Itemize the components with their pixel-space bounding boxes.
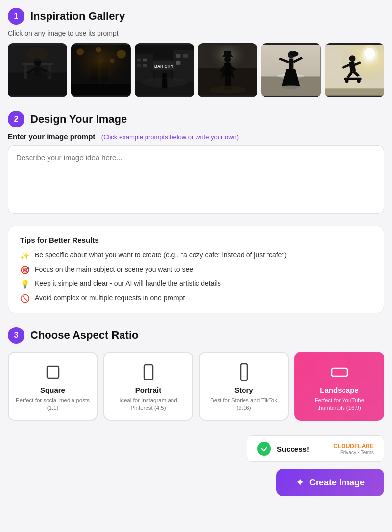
svg-rect-23: [71, 45, 130, 96]
svg-rect-87: [241, 364, 247, 380]
success-banner: Success! CLOUDFLARE Privacy • Terms: [247, 435, 384, 462]
svg-rect-84: [325, 88, 384, 95]
svg-rect-85: [47, 366, 59, 378]
square-icon: [14, 362, 92, 382]
gallery-item-2[interactable]: [71, 43, 130, 97]
section-aspect: 3 Choose Aspect Ratio Square Perfect for…: [8, 327, 384, 421]
svg-point-74: [361, 45, 378, 62]
svg-rect-32: [176, 54, 180, 57]
prompt-label-row: Enter your image prompt (Click example p…: [8, 132, 384, 141]
create-button-label: Create Image: [309, 478, 365, 488]
section1-header: 1 Inspiration Gallery: [8, 8, 384, 25]
landscape-desc: Perfect for YouTube thumbnails (16:9): [300, 396, 378, 412]
inspiration-gallery: BAR CITY: [8, 43, 384, 97]
svg-text:BAR CITY: BAR CITY: [154, 64, 174, 69]
aspect-square[interactable]: Square Perfect for social media posts (1…: [8, 352, 98, 421]
square-desc: Perfect for social media posts (1:1): [14, 396, 92, 412]
svg-point-80: [345, 79, 348, 83]
sparkle-icon: ✦: [296, 477, 304, 488]
aspect-grid: Square Perfect for social media posts (1…: [8, 352, 384, 421]
svg-rect-30: [137, 64, 140, 67]
story-name: Story: [205, 386, 283, 394]
svg-rect-40: [162, 79, 167, 89]
tip2-text: Focus on the main subject or scene you w…: [35, 265, 193, 273]
svg-rect-10: [48, 71, 49, 76]
prompt-label: Enter your image prompt: [8, 132, 95, 141]
section1-subtitle: Click on any image to use its prompt: [8, 29, 384, 37]
landscape-icon: [300, 362, 378, 382]
aspect-story[interactable]: Story Best for Stories and TikTok (9:16): [199, 352, 289, 421]
svg-rect-29: [143, 59, 146, 62]
aspect-portrait[interactable]: Portrait Ideal for Instagram and Pintere…: [103, 352, 193, 421]
svg-rect-52: [225, 76, 228, 87]
section1-title: Inspiration Gallery: [30, 10, 125, 23]
bottom-area: Success! CLOUDFLARE Privacy • Terms ✦ Cr…: [8, 435, 384, 496]
portrait-icon: [109, 362, 187, 382]
tip2-emoji: 🎯: [20, 265, 30, 275]
step2-badge: 2: [8, 111, 24, 127]
section3-header: 3 Choose Aspect Ratio: [8, 327, 384, 344]
tip-item-3: 💡 Keep it simple and clear - our AI will…: [20, 279, 372, 289]
step3-badge: 3: [8, 327, 24, 344]
section3-title: Choose Aspect Ratio: [30, 329, 138, 342]
svg-rect-28: [137, 59, 140, 62]
story-icon: [205, 362, 283, 382]
gallery-item-3[interactable]: BAR CITY: [135, 43, 194, 97]
cloudflare-logo: CLOUDFLARE Privacy • Terms: [333, 443, 374, 455]
portrait-desc: Ideal for Instagram and Pinterest (4:5): [109, 396, 187, 412]
square-name: Square: [14, 386, 92, 394]
svg-rect-66: [289, 59, 293, 69]
svg-point-75: [349, 55, 355, 62]
section2-header: 2 Design Your Image: [8, 111, 384, 127]
landscape-name: Landscape: [300, 386, 378, 394]
portrait-name: Portrait: [109, 386, 187, 394]
gallery-item-4[interactable]: [198, 43, 257, 97]
tip-item-2: 🎯 Focus on the main subject or scene you…: [20, 265, 372, 275]
success-text: Success!: [277, 445, 327, 453]
svg-rect-34: [176, 61, 180, 64]
gallery-item-6[interactable]: [325, 43, 384, 97]
tip3-text: Keep it simple and clear - our AI will h…: [35, 279, 221, 287]
cloudflare-name: CLOUDFLARE: [333, 443, 374, 450]
tip4-text: Avoid complex or multiple requests in on…: [35, 294, 185, 302]
create-image-button[interactable]: ✦ Create Image: [276, 469, 384, 496]
tip1-emoji: ✨: [20, 251, 30, 260]
svg-rect-3: [24, 65, 27, 79]
svg-point-65: [290, 51, 299, 57]
tip1-text: Be specific about what you want to creat…: [35, 251, 287, 259]
aspect-landscape[interactable]: Landscape Perfect for YouTube thumbnails…: [294, 352, 384, 421]
section2-title: Design Your Image: [30, 113, 127, 126]
svg-rect-49: [224, 63, 231, 76]
story-desc: Best for Stories and TikTok (9:16): [205, 396, 283, 412]
svg-point-48: [224, 56, 231, 63]
svg-point-81: [357, 79, 360, 83]
svg-rect-33: [183, 54, 188, 57]
gallery-item-1[interactable]: [8, 43, 67, 97]
tips-section: Tips for Better Results ✨ Be specific ab…: [8, 226, 384, 313]
prompt-hint: (Click example prompts below or write yo…: [101, 133, 239, 141]
section-design: 2 Design Your Image Enter your image pro…: [8, 111, 384, 216]
tips-title: Tips for Better Results: [20, 236, 372, 244]
svg-point-58: [209, 86, 246, 94]
step1-badge: 1: [8, 8, 24, 25]
section-inspiration: 1 Inspiration Gallery Click on any image…: [8, 8, 384, 97]
tip3-emoji: 💡: [20, 279, 30, 289]
svg-rect-6: [34, 67, 41, 77]
svg-rect-46: [224, 51, 231, 56]
svg-rect-31: [143, 64, 146, 67]
svg-point-11: [26, 47, 49, 61]
gallery-item-5[interactable]: [261, 43, 320, 97]
prompt-input[interactable]: [8, 145, 384, 214]
tip-item-4: 🚫 Avoid complex or multiple requests in …: [20, 294, 372, 303]
tip-item-1: ✨ Be specific about what you want to cre…: [20, 251, 372, 260]
svg-point-70: [282, 85, 300, 89]
svg-rect-53: [228, 76, 231, 87]
cloudflare-links: Privacy • Terms: [340, 450, 374, 455]
success-check-icon: [257, 442, 271, 456]
tip4-emoji: 🚫: [20, 294, 30, 303]
svg-point-39: [162, 73, 167, 79]
svg-rect-88: [332, 368, 347, 376]
svg-rect-86: [144, 365, 153, 380]
